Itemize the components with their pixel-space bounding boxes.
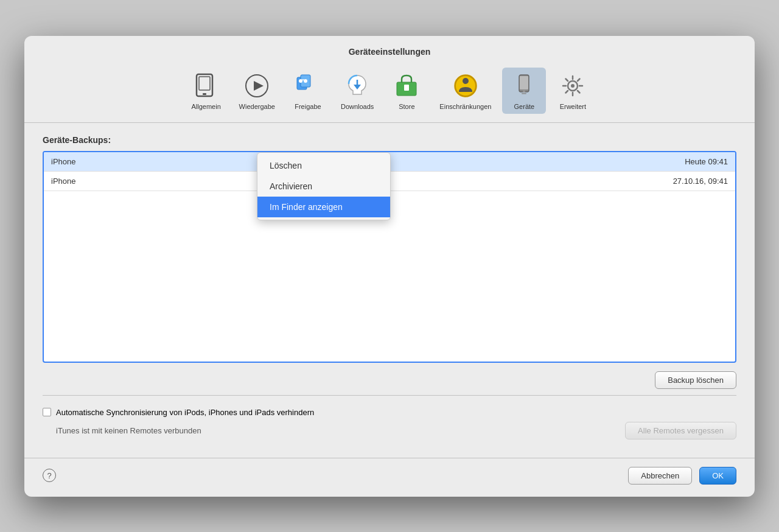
toolbar-downloads[interactable]: Downloads bbox=[335, 68, 380, 114]
sync-checkbox[interactable] bbox=[43, 408, 51, 416]
help-button[interactable]: ? bbox=[43, 469, 56, 482]
geraete-icon bbox=[509, 71, 539, 100]
context-menu: Löschen Archivieren Im Finder anzeigen bbox=[257, 152, 391, 220]
svg-marker-4 bbox=[254, 81, 264, 91]
svg-point-18 bbox=[523, 90, 525, 93]
toolbar-downloads-label: Downloads bbox=[341, 103, 374, 110]
divider bbox=[43, 395, 736, 396]
bottom-controls: Backup löschen bbox=[43, 371, 736, 389]
toolbar-geraete-label: Geräte bbox=[514, 103, 535, 110]
wiedergabe-icon bbox=[242, 71, 271, 100]
store-icon bbox=[392, 71, 421, 100]
svg-point-14 bbox=[463, 78, 469, 84]
svg-point-21 bbox=[571, 84, 575, 88]
toolbar: Allgemein Wiedergabe bbox=[24, 63, 755, 123]
svg-rect-12 bbox=[404, 85, 409, 91]
abbrechen-button[interactable]: Abbrechen bbox=[628, 467, 692, 485]
toolbar-freigabe-label: Freigabe bbox=[295, 103, 321, 110]
einschraenkungen-icon bbox=[451, 71, 480, 100]
context-menu-loeschen[interactable]: Löschen bbox=[257, 155, 390, 176]
freigabe-icon bbox=[293, 71, 323, 100]
context-menu-finder[interactable]: Im Finder anzeigen bbox=[257, 197, 390, 217]
dialog-title: Geräteeinstellungen bbox=[24, 36, 755, 63]
context-menu-archivieren[interactable]: Archivieren bbox=[257, 176, 390, 197]
remote-text: iTunes ist mit keinen Remotes verbunden bbox=[56, 426, 201, 435]
svg-line-26 bbox=[566, 79, 568, 81]
ok-button[interactable]: OK bbox=[699, 467, 736, 485]
toolbar-wiedergabe[interactable]: Wiedergabe bbox=[233, 68, 281, 114]
toolbar-allgemein[interactable]: Allgemein bbox=[184, 68, 228, 114]
toolbar-freigabe[interactable]: Freigabe bbox=[286, 68, 330, 114]
backup-table: iPhone Heute 09:41 Löschen Archivieren I… bbox=[43, 151, 736, 363]
remote-row: iTunes ist mit keinen Remotes verbunden … bbox=[43, 422, 736, 439]
alle-remotes-button[interactable]: Alle Remotes vergessen bbox=[625, 422, 736, 439]
toolbar-geraete[interactable]: Geräte bbox=[502, 68, 546, 114]
toolbar-erweitert-label: Erweitert bbox=[560, 103, 586, 110]
toolbar-wiedergabe-label: Wiedergabe bbox=[239, 103, 275, 110]
allgemein-icon bbox=[192, 71, 221, 100]
backup-date-1: Heute 09:41 bbox=[685, 157, 728, 166]
backup-loeschen-button[interactable]: Backup löschen bbox=[655, 371, 736, 389]
toolbar-einschraenkungen[interactable]: Einschränkungen bbox=[433, 68, 497, 114]
backup-date-2: 27.10.16, 09:41 bbox=[673, 177, 728, 186]
dialog: Geräteeinstellungen Allgemein Wiederga bbox=[24, 36, 755, 497]
section-label: Geräte-Backups: bbox=[43, 135, 736, 145]
toolbar-store-label: Store bbox=[399, 103, 414, 110]
svg-line-28 bbox=[578, 79, 580, 81]
sync-checkbox-row: Automatische Synchronisierung von iPods,… bbox=[43, 408, 736, 417]
svg-rect-1 bbox=[199, 77, 210, 90]
svg-rect-19 bbox=[522, 93, 526, 94]
downloads-icon bbox=[343, 71, 372, 100]
svg-line-27 bbox=[578, 91, 580, 93]
svg-line-29 bbox=[566, 91, 568, 93]
footer: ? Abbrechen OK bbox=[24, 458, 755, 497]
toolbar-allgemein-label: Allgemein bbox=[191, 103, 220, 110]
sync-checkbox-label: Automatische Synchronisierung von iPods,… bbox=[56, 408, 314, 417]
svg-rect-17 bbox=[520, 76, 528, 89]
erweitert-icon bbox=[558, 71, 587, 100]
toolbar-einschraenkungen-label: Einschränkungen bbox=[439, 103, 491, 110]
toolbar-store[interactable]: Store bbox=[385, 68, 428, 114]
svg-rect-2 bbox=[203, 93, 206, 95]
toolbar-erweitert[interactable]: Erweitert bbox=[551, 68, 595, 114]
footer-buttons: Abbrechen OK bbox=[628, 467, 736, 485]
content-area: Geräte-Backups: iPhone Heute 09:41 Lösch… bbox=[24, 123, 755, 458]
backup-row-1[interactable]: iPhone Heute 09:41 Löschen Archivieren I… bbox=[44, 152, 735, 172]
